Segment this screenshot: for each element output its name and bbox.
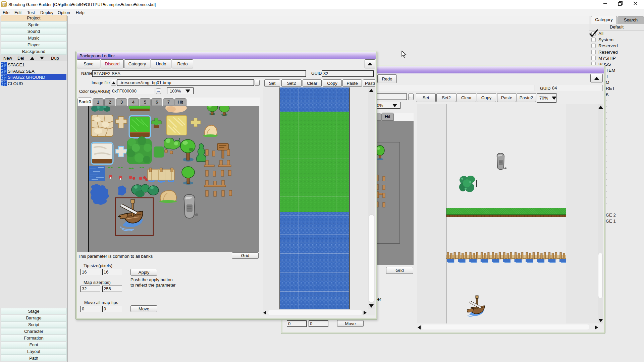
svg-text:SB: SB xyxy=(2,3,6,6)
